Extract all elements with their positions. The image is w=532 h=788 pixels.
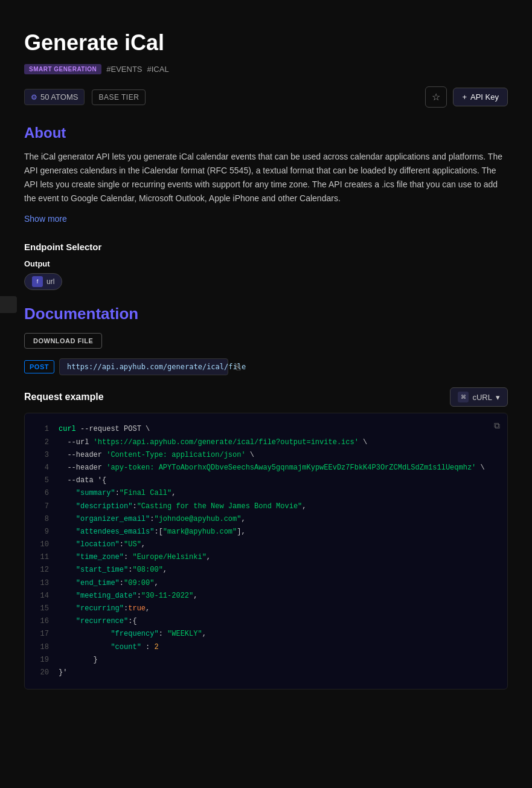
code-line: 2 --url 'https://api.apyhub.com/generate… xyxy=(25,436,507,449)
about-text: The iCal generator API lets you generate… xyxy=(24,150,508,205)
atoms-count: 50 ATOMS xyxy=(40,92,78,102)
code-line: 9 "attendees_emails":["mark@apyhub.com"]… xyxy=(25,526,507,538)
documentation-title: Documentation xyxy=(24,305,508,323)
request-example-title: Request example xyxy=(24,392,104,402)
code-line: 20}' xyxy=(25,667,507,679)
code-line: 7 "description":"Casting for the New Jam… xyxy=(25,500,507,513)
atoms-badge: ⚙ 50 ATOMS xyxy=(24,89,85,105)
code-line: 4 --header 'apy-token: APYToAborhxQDbveS… xyxy=(25,462,507,474)
code-line: 1curl --request POST \ xyxy=(25,423,507,436)
copy-code-button[interactable]: ⧉ xyxy=(494,421,500,431)
output-pill-text: url xyxy=(46,277,54,286)
code-line: 15 "recurring":true, xyxy=(25,602,507,615)
code-line: 8 "organizer_email":"johndoe@apyhub.com"… xyxy=(25,513,507,526)
documentation-section: Documentation DOWNLOAD FILE POST https:/… xyxy=(24,305,508,690)
meta-row: ⚙ 50 ATOMS BASE TIER ☆ + API Key xyxy=(24,86,508,108)
request-example-header: Request example ⌘ cURL ▾ xyxy=(24,387,508,407)
code-line: 11 "time_zone": "Europe/Helsinki", xyxy=(25,551,507,564)
code-line: 12 "start_time":"08:00", xyxy=(25,564,507,576)
download-file-button[interactable]: DOWNLOAD FILE xyxy=(24,333,102,349)
code-line: 10 "location":"US", xyxy=(25,538,507,551)
code-line: 16 "recurrence":{ xyxy=(25,615,507,628)
code-line: 18 "count" : 2 xyxy=(25,641,507,654)
endpoint-selector-label: Endpoint Selector xyxy=(24,242,508,252)
ical-tag: #ICAL xyxy=(147,65,169,74)
star-button[interactable]: ☆ xyxy=(425,86,447,108)
show-more-link[interactable]: Show more xyxy=(24,214,67,224)
events-tag: #EVENTS xyxy=(106,65,142,74)
code-line: 19 } xyxy=(25,654,507,667)
code-line: 14 "meeting_date":"30-11-2022", xyxy=(25,590,507,602)
curl-selector[interactable]: ⌘ cURL ▾ xyxy=(450,387,508,407)
plus-icon: + xyxy=(462,92,467,102)
code-line: 6 "summary":"Final Call", xyxy=(25,487,507,500)
curl-label: cURL xyxy=(472,393,492,402)
output-label: Output xyxy=(24,259,508,268)
method-badge: POST xyxy=(24,360,54,373)
page-title: Generate iCal xyxy=(24,30,508,56)
scroll-bar-left xyxy=(0,296,17,313)
curl-icon: ⌘ xyxy=(458,392,469,402)
tier-badge: BASE TIER xyxy=(92,89,146,105)
code-line: 3 --header 'Content-Type: application/js… xyxy=(25,449,507,462)
copy-url-button[interactable]: ⎘ xyxy=(233,360,243,374)
url-bar: POST https://api.apyhub.com/generate/ica… xyxy=(24,358,508,375)
code-line: 17 "frequency": "WEEKLY", xyxy=(25,628,507,641)
code-line: 5 --data '{ xyxy=(25,474,507,487)
code-line: 13 "end_time":"09:00", xyxy=(25,577,507,590)
tags-row: SMART GENERATION #EVENTS #ICAL xyxy=(24,64,508,74)
file-icon: f xyxy=(32,276,43,287)
smart-generation-tag: SMART GENERATION xyxy=(24,64,101,74)
about-section: About The iCal generator API lets you ge… xyxy=(24,124,508,224)
code-block: 1curl --request POST \2 --url 'https://a… xyxy=(24,413,508,690)
api-key-button[interactable]: + API Key xyxy=(453,88,508,106)
api-url-display: https://api.apyhub.com/generate/ical/fil… xyxy=(59,358,228,375)
api-key-label: API Key xyxy=(470,92,499,102)
about-title: About xyxy=(24,124,508,141)
endpoint-section: Endpoint Selector Output f url xyxy=(24,242,508,290)
atoms-icon: ⚙ xyxy=(31,93,37,102)
curl-chevron-icon: ▾ xyxy=(496,393,500,402)
output-pill[interactable]: f url xyxy=(24,273,62,290)
